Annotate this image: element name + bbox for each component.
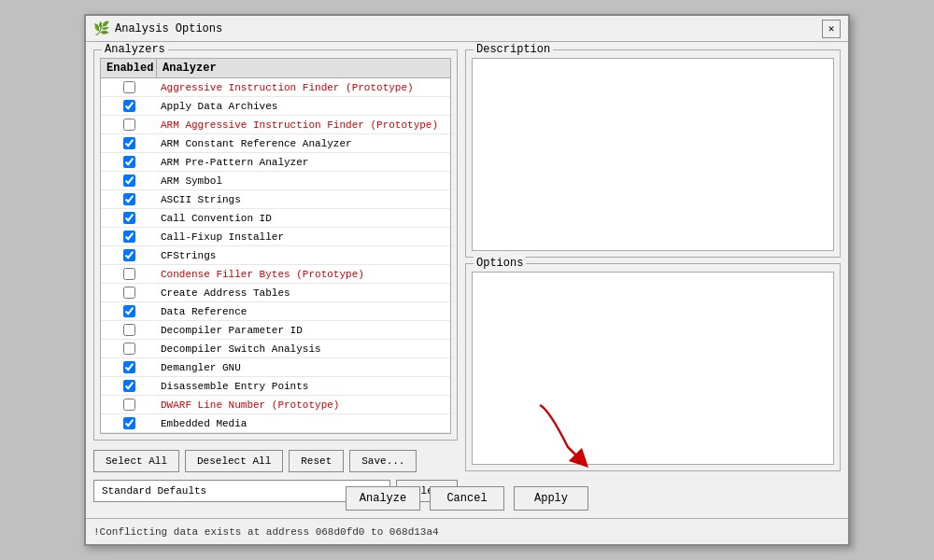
- main-content: Analyzers Enabled Analyzer Aggressive In…: [86, 42, 848, 479]
- col-enabled: Enabled: [101, 59, 157, 77]
- deselect-all-button[interactable]: Deselect All: [185, 450, 283, 472]
- analyzer-checkbox[interactable]: [123, 231, 135, 243]
- analyzer-name: Aggressive Instruction Finder (Prototype…: [157, 81, 450, 94]
- analyzer-checkbox[interactable]: [123, 81, 135, 93]
- table-row[interactable]: Decompiler Switch Analysis: [101, 340, 450, 358]
- analyzer-name: Create Address Tables: [157, 287, 450, 300]
- analyzer-name: Disassemble Entry Points: [157, 380, 450, 393]
- analyzer-name: ARM Aggressive Instruction Finder (Proto…: [157, 119, 450, 132]
- description-label: Description: [474, 43, 553, 56]
- analyzer-checkbox[interactable]: [123, 193, 135, 205]
- analyzer-checkbox[interactable]: [123, 305, 135, 317]
- window-title: Analysis Options: [115, 22, 222, 35]
- action-buttons-row: Select All Deselect All Reset Save...: [93, 446, 458, 474]
- title-bar: 🌿 Analysis Options ✕: [86, 16, 848, 42]
- analyze-button[interactable]: Analyze: [346, 486, 420, 511]
- select-all-button[interactable]: Select All: [93, 450, 179, 472]
- table-row[interactable]: Call-Fixup Installer: [101, 228, 450, 246]
- analyzer-table-body[interactable]: Aggressive Instruction Finder (Prototype…: [100, 77, 451, 434]
- analyzer-name: Decompiler Switch Analysis: [157, 343, 450, 356]
- analyzer-checkbox[interactable]: [123, 343, 135, 355]
- analyzer-checkbox[interactable]: [123, 100, 135, 112]
- analyzers-label: Analyzers: [102, 43, 168, 56]
- analyzer-name: ARM Symbol: [157, 175, 450, 188]
- analyzer-checkbox[interactable]: [123, 399, 135, 411]
- table-row[interactable]: Data Reference: [101, 302, 450, 321]
- analyzer-name: Embedded Media: [157, 417, 450, 430]
- analyzer-name: DWARF Line Number (Prototype): [157, 399, 450, 412]
- status-text: !Conflicting data exists at address 068d…: [93, 526, 439, 538]
- analyzer-name: Demangler GNU: [157, 361, 450, 374]
- table-row[interactable]: Decompiler Parameter ID: [101, 321, 450, 340]
- analyzer-checkbox[interactable]: [123, 380, 135, 392]
- analyzer-checkbox[interactable]: [123, 119, 135, 131]
- reset-button[interactable]: Reset: [289, 450, 344, 472]
- app-icon: 🌿: [93, 21, 109, 36]
- analyzer-name: Call Convention ID: [157, 212, 450, 225]
- options-group: Options: [465, 263, 841, 471]
- analyzer-name: Data Reference: [157, 305, 450, 318]
- analyzer-checkbox[interactable]: [123, 287, 135, 299]
- table-row[interactable]: CFStrings: [101, 246, 450, 265]
- analyzer-checkbox[interactable]: [123, 324, 135, 336]
- table-row[interactable]: DWARF Line Number (Prototype): [101, 396, 450, 414]
- cancel-button[interactable]: Cancel: [430, 486, 504, 511]
- description-content: [472, 58, 834, 251]
- analyzer-name: ASCII Strings: [157, 193, 450, 206]
- options-label: Options: [474, 257, 526, 270]
- main-window: 🌿 Analysis Options ✕ Analyzers Enabled A…: [84, 14, 850, 546]
- table-row[interactable]: Disassemble Entry Points: [101, 377, 450, 396]
- analyzer-name: Apply Data Archives: [157, 100, 450, 113]
- analyzers-group: Analyzers Enabled Analyzer Aggressive In…: [93, 49, 458, 441]
- analyzer-name: Decompiler Parameter ID: [157, 324, 450, 337]
- options-content: [472, 272, 834, 465]
- col-analyzer: Analyzer: [157, 59, 450, 77]
- analyzer-name: CFStrings: [157, 249, 450, 262]
- analyzer-checkbox[interactable]: [123, 137, 135, 149]
- bottom-buttons-bar: Analyze Cancel Apply: [86, 481, 848, 516]
- table-row[interactable]: Demangler GNU: [101, 358, 450, 377]
- analyzer-name: Call-Fixup Installer: [157, 231, 450, 244]
- apply-button[interactable]: Apply: [514, 486, 588, 511]
- analyzer-checkbox[interactable]: [123, 417, 135, 429]
- analyzer-name: Condense Filler Bytes (Prototype): [157, 268, 450, 281]
- analyzer-checkbox[interactable]: [123, 268, 135, 280]
- table-row[interactable]: Apply Data Archives: [101, 97, 450, 116]
- left-panel: Analyzers Enabled Analyzer Aggressive In…: [93, 49, 458, 471]
- table-row[interactable]: ARM Aggressive Instruction Finder (Proto…: [101, 116, 450, 134]
- table-row[interactable]: Create Address Tables: [101, 284, 450, 302]
- table-row[interactable]: ARM Symbol: [101, 172, 450, 190]
- table-row[interactable]: ARM Pre-Pattern Analyzer: [101, 153, 450, 172]
- right-panel: Description Options: [465, 49, 841, 471]
- table-row[interactable]: Call Convention ID: [101, 209, 450, 228]
- table-row[interactable]: ASCII Strings: [101, 190, 450, 209]
- analyzer-name: ARM Pre-Pattern Analyzer: [157, 156, 450, 169]
- description-group: Description: [465, 49, 841, 258]
- analyzer-checkbox[interactable]: [123, 156, 135, 168]
- close-button[interactable]: ✕: [822, 20, 841, 38]
- table-row[interactable]: Aggressive Instruction Finder (Prototype…: [101, 78, 450, 97]
- analyzer-checkbox[interactable]: [123, 212, 135, 224]
- table-header: Enabled Analyzer: [100, 58, 451, 77]
- table-row[interactable]: ARM Constant Reference Analyzer: [101, 134, 450, 153]
- save-button[interactable]: Save...: [349, 450, 417, 472]
- table-row[interactable]: Condense Filler Bytes (Prototype): [101, 265, 450, 284]
- analyzer-checkbox[interactable]: [123, 361, 135, 373]
- analyzer-checkbox[interactable]: [123, 175, 135, 187]
- analyzer-name: ARM Constant Reference Analyzer: [157, 137, 450, 150]
- analyzer-checkbox[interactable]: [123, 249, 135, 261]
- status-bar: !Conflicting data exists at address 068d…: [86, 518, 848, 544]
- table-row[interactable]: Embedded Media: [101, 414, 450, 433]
